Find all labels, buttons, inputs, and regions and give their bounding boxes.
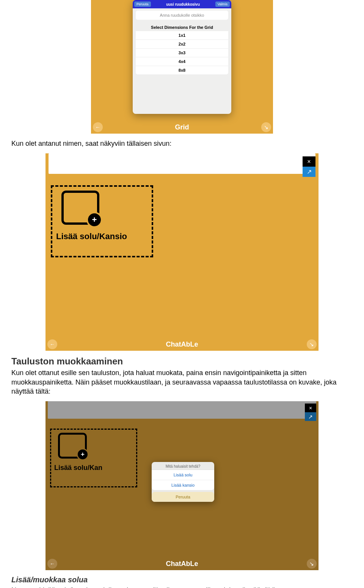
add-cell-folder-button[interactable]: + Lisää solu/Kan [50, 429, 137, 487]
add-cell-icon: + [58, 433, 87, 459]
top-toolbar [49, 153, 315, 174]
add-cell-folder-button[interactable]: + Lisää solu/Kansio [51, 185, 153, 257]
dialog-title: uusi ruudukkosivu [166, 2, 200, 6]
add-cell-label: Lisää solu/Kansio [56, 232, 148, 241]
dim-option-2x2[interactable]: 2x2 [136, 40, 228, 49]
new-grid-dialog: Peruuta uusi ruudukkosivu Valmis Anna ru… [133, 0, 231, 114]
popup-add-cell[interactable]: Lisää solu [152, 470, 214, 480]
close-icon[interactable]: × [303, 156, 315, 167]
screen-title: ChatAbLe [46, 560, 318, 568]
plus-icon: + [86, 212, 102, 228]
screen-title: ChatAbLe [46, 341, 318, 348]
share-icon[interactable]: ↗ [303, 167, 315, 177]
share-icon[interactable]: ↗ [305, 412, 316, 421]
screenshot-popup: × ↗ + Lisää solu/Kan Mitä haluaisit tehd… [46, 401, 318, 570]
paragraph-1: Kun olet antanut nimen, saat näkyviin tä… [11, 139, 353, 148]
screenshot-grid-dialog: Peruuta uusi ruudukkosivu Valmis Anna ru… [91, 0, 273, 134]
cancel-button[interactable]: Peruuta [134, 2, 151, 7]
add-cell-label: Lisää solu/Kan [54, 464, 133, 472]
top-toolbar [48, 401, 316, 419]
nav-expand-icon[interactable]: ↘ [307, 559, 317, 569]
done-button[interactable]: Valmis [215, 2, 230, 7]
add-cell-icon: + [61, 191, 99, 225]
heading-add-edit-cell: Lisää/muokkaa solua [11, 575, 353, 584]
paragraph-3a: Napauta Lisää solu/kansio -painiketta ja… [11, 586, 353, 588]
dim-option-4x4[interactable]: 4x4 [136, 57, 228, 66]
paragraph-2: Kun olet ottanut esille sen tauluston, j… [11, 368, 353, 396]
popup-add-folder[interactable]: Lisää kansio [152, 480, 214, 490]
dimensions-label: Select Dimensions For the Grid [133, 25, 231, 30]
popup-title: Mitä haluaisit tehdä? [152, 462, 214, 470]
screenshot-add-cell: × ↗ + Lisää solu/Kansio ← ChatAbLe ↘ [46, 153, 318, 351]
grid-title-input[interactable]: Anna ruudukolle otsikko [136, 11, 228, 20]
close-icon[interactable]: × [305, 404, 316, 412]
action-popup: Mitä haluaisit tehdä? Lisää solu Lisää k… [152, 462, 214, 502]
heading-edit-grid: Tauluston muokkaaminen [11, 356, 353, 367]
dim-option-1x1[interactable]: 1x1 [136, 31, 228, 40]
screen-title: Grid [91, 123, 273, 131]
dim-option-3x3[interactable]: 3x3 [136, 49, 228, 57]
nav-expand-icon[interactable]: ↘ [261, 122, 271, 132]
dim-option-8x8[interactable]: 8x8 [136, 66, 228, 74]
dialog-header: Peruuta uusi ruudukkosivu Valmis [133, 0, 231, 8]
plus-icon: + [77, 448, 89, 460]
popup-cancel-button[interactable]: Peruuta [152, 492, 214, 502]
